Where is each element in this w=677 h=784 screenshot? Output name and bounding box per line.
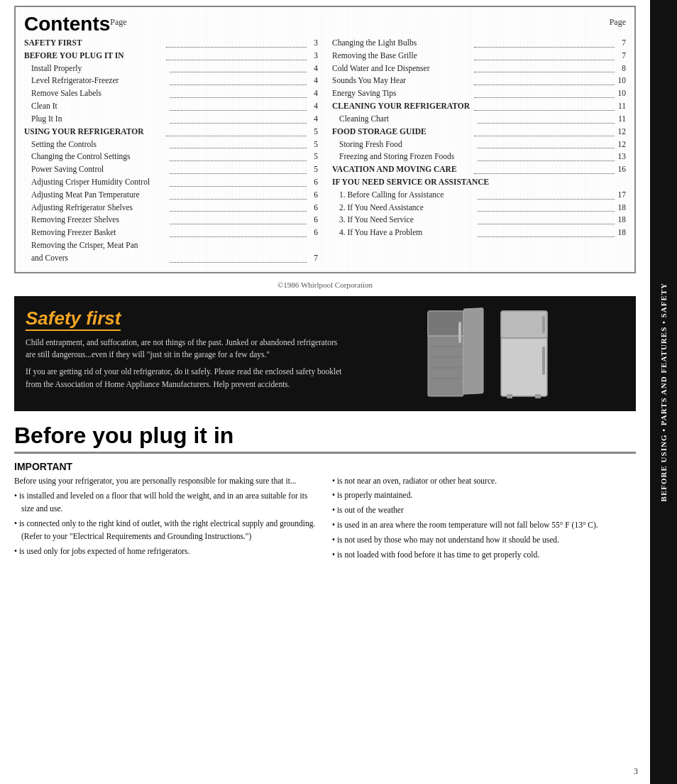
toc-entry: IF YOU NEED SERVICE OR ASSISTANCE [332, 176, 626, 189]
toc-dots [170, 214, 307, 224]
toc-title: 1. Before Calling for Assistance [339, 189, 476, 202]
toc-title: CLEANING YOUR REFRIGERATOR [332, 100, 473, 113]
toc-dots [478, 138, 615, 149]
bullet-item: is installed and leveled on a floor that… [14, 490, 318, 516]
toc-page: 16 [616, 163, 626, 176]
toc-dots [170, 113, 307, 124]
toc-title: Removing Freezer Basket [31, 227, 168, 239]
toc-dots [478, 227, 615, 237]
toc-page: 6 [308, 227, 318, 239]
toc-entry: Clean It4 [24, 100, 318, 113]
side-tab-text: BEFORE USING • PARTS AND FEATURES • SAFE… [659, 283, 668, 501]
toc-entry: Cleaning Chart11 [332, 113, 626, 126]
toc-entry: 2. If You Need Assistance18 [332, 202, 626, 214]
toc-entry: Adjusting Refrigerator Shelves6 [24, 202, 318, 214]
toc-title: FOOD STORAGE GUIDE [332, 126, 473, 138]
toc-page: 10 [616, 75, 626, 87]
safety-heading: Safety first [26, 307, 121, 331]
toc-page: 18 [616, 214, 626, 227]
toc-dots [474, 126, 615, 136]
safety-para1: Child entrapment, and suffocation, are n… [26, 337, 346, 362]
toc-entry: Cold Water and Ice Dispenser8 [332, 62, 626, 75]
toc-dots [170, 87, 307, 98]
toc-page: 4 [308, 87, 318, 100]
toc-page: 4 [308, 100, 318, 113]
toc-title: Clean It [31, 100, 168, 113]
page-number: 3 [634, 766, 638, 777]
toc-entry: Adjusting Crisper Humidity Control6 [24, 176, 318, 189]
toc-dots [474, 100, 615, 111]
toc-title: Cleaning Chart [339, 113, 476, 126]
toc-page: 5 [308, 151, 318, 163]
page-label-left: Page [110, 17, 126, 28]
svg-rect-2 [463, 307, 483, 393]
toc-title: USING YOUR REFRIGERATOR [24, 126, 165, 138]
right-bullet-list: is not near an oven, radiator or other h… [332, 475, 636, 562]
toc-dots [170, 176, 307, 187]
toc-title: SAFETY FIRST [24, 37, 165, 50]
svg-rect-4 [458, 322, 461, 343]
toc-entry: Plug It In4 [24, 113, 318, 126]
toc-dots [170, 62, 307, 73]
bullet-item: is connected only to the right kind of o… [14, 518, 318, 543]
toc-title: 4. If You Have a Problem [339, 227, 476, 239]
toc-entry: Setting the Controls5 [24, 138, 318, 151]
toc-dots [170, 252, 307, 263]
toc-page: 3 [308, 37, 318, 50]
toc-right-column: Changing the Light Bulbs7Removing the Ba… [332, 37, 626, 265]
toc-entry: CLEANING YOUR REFRIGERATOR11 [332, 100, 626, 113]
toc-entry: FOOD STORAGE GUIDE12 [332, 126, 626, 138]
toc-entry: SAFETY FIRST3 [24, 37, 318, 50]
svg-rect-15 [535, 394, 541, 398]
toc-dots [478, 189, 615, 200]
toc-entry: BEFORE YOU PLUG IT IN3 [24, 50, 318, 62]
toc-entry: Removing the Crisper, Meat Pan [24, 239, 318, 252]
toc-title: Adjusting Meat Pan Temperature [31, 189, 168, 202]
toc-title: Removing Freezer Shelves [31, 214, 168, 227]
toc-title: Changing the Control Settings [31, 151, 168, 163]
toc-entry: Energy Saving Tips10 [332, 87, 626, 100]
toc-entry: Storing Fresh Food12 [332, 138, 626, 151]
svg-rect-12 [542, 316, 545, 333]
toc-page: 4 [308, 75, 318, 87]
toc-page: 12 [616, 126, 626, 138]
safety-images [358, 307, 624, 400]
important-label: IMPORTANT [14, 461, 636, 472]
toc-page: 4 [308, 62, 318, 75]
toc-page: 5 [308, 126, 318, 138]
important-section: Before using your refrigerator, you are … [14, 475, 636, 564]
toc-entry: VACATION AND MOVING CARE16 [332, 163, 626, 176]
toc-dots [170, 202, 307, 212]
whirlpool-credit: ©1986 Whirlpool Corporation [14, 281, 636, 289]
toc-title: 2. If You Need Assistance [339, 202, 476, 214]
toc-entry: Removing Freezer Shelves6 [24, 214, 318, 227]
plug-heading: Before you plug it in [14, 423, 636, 449]
safety-body: Child entrapment, and suffocation, are n… [26, 337, 346, 391]
toc-dots [478, 113, 615, 124]
toc-entry: 4. If You Have a Problem18 [332, 227, 626, 239]
toc-title: Changing the Light Bulbs [332, 37, 473, 50]
bullet-item: is not used by those who may not underst… [332, 534, 636, 547]
toc-entry: Adjusting Meat Pan Temperature6 [24, 189, 318, 202]
bullet-item: is used in an area where the room temper… [332, 519, 636, 532]
toc-dots [474, 62, 615, 73]
toc-left-column: SAFETY FIRST3BEFORE YOU PLUG IT IN3Insta… [24, 37, 318, 265]
toc-page: 8 [616, 62, 626, 75]
plug-divider [14, 452, 636, 454]
toc-page: 7 [616, 37, 626, 50]
toc-entry: Changing the Light Bulbs7 [332, 37, 626, 50]
toc-page: 6 [308, 214, 318, 227]
toc-title: Power Saving Control [31, 163, 168, 176]
left-bullet-list: is installed and leveled on a floor that… [14, 490, 318, 557]
toc-dots [166, 50, 307, 60]
toc-entry: Changing the Control Settings5 [24, 151, 318, 163]
toc-title: Adjusting Crisper Humidity Control [31, 176, 168, 189]
side-tab: BEFORE USING • PARTS AND FEATURES • SAFE… [650, 0, 677, 784]
safety-para2: If you are getting rid of your old refri… [26, 366, 346, 391]
toc-page: 7 [308, 252, 318, 265]
toc-title: and Covers [31, 252, 168, 265]
svg-rect-13 [542, 347, 545, 375]
toc-page: 6 [308, 176, 318, 189]
toc-title: Cold Water and Ice Dispenser [332, 62, 473, 75]
toc-title: Freezing and Storing Frozen Foods [339, 151, 476, 163]
